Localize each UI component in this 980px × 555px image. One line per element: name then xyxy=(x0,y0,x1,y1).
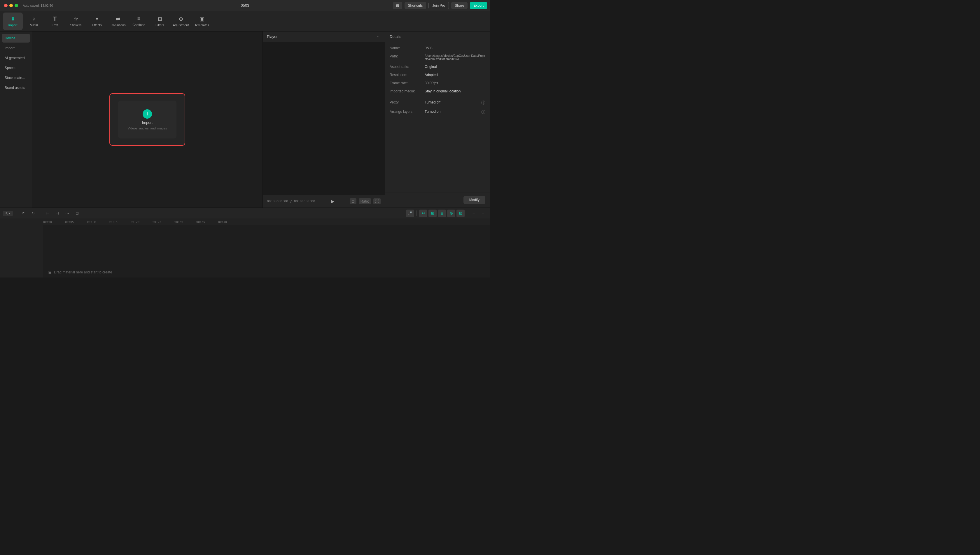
import-label: Import xyxy=(142,120,153,125)
detail-name-row: Name: 0503 xyxy=(390,46,485,50)
toolbar-item-audio[interactable]: ♪ Audio xyxy=(24,13,44,30)
nav-brand-assets[interactable]: Brand assets xyxy=(2,83,30,92)
modify-button[interactable]: Modify xyxy=(463,196,485,204)
toolbar-item-captions[interactable]: ≡ Captions xyxy=(129,13,149,30)
ratio-button[interactable]: Ratio xyxy=(359,198,371,204)
import-dropzone[interactable]: + Import Videos, audios, and images xyxy=(109,93,185,146)
arrange-info-icon[interactable]: ⓘ xyxy=(481,110,485,115)
fullscreen-icon[interactable]: ⛶ xyxy=(373,198,381,204)
player-options-icon[interactable]: ⋯ xyxy=(377,35,381,39)
toolbar-item-text[interactable]: T Text xyxy=(45,13,65,30)
grid-icon: ⊞ xyxy=(396,3,399,8)
import-inner: + Import Videos, audios, and images xyxy=(118,101,177,138)
shortcuts-button[interactable]: Shortcuts xyxy=(405,2,426,9)
detail-path-label: Path: xyxy=(390,54,425,58)
titlebar-right-controls: ⊞ Shortcuts Join Pro Share Export xyxy=(393,2,487,9)
detail-imported-label: Imported media: xyxy=(390,89,425,93)
ruler-mark-4: 00:20 xyxy=(131,220,153,224)
transitions-icon: ⇌ xyxy=(116,16,120,22)
cut-tool-3[interactable]: ⊟ xyxy=(438,210,446,217)
detail-proxy-row: Proxy: Turned off ⓘ xyxy=(390,100,485,106)
ruler-mark-5: 00:25 xyxy=(153,220,174,224)
toolbar-item-templates[interactable]: ▣ Templates xyxy=(192,13,212,30)
details-header: Details xyxy=(385,32,490,42)
audio-label: Audio xyxy=(30,23,38,27)
cut-tool-1[interactable]: ✂ xyxy=(419,210,427,217)
delete-button[interactable]: ⊣ xyxy=(53,210,61,217)
detail-arrange-label: Arrange layers xyxy=(390,110,425,114)
toolbar-item-filters[interactable]: ⊞ Filters xyxy=(150,13,170,30)
timeline-toolbar: ↖ ▾ ↺ ↻ ⊢ ⊣ ⋯ ⊡ 🎤 ✂ xyxy=(0,208,490,219)
nav-stock-mate[interactable]: Stock mate... xyxy=(2,74,30,82)
nav-spaces[interactable]: Spaces xyxy=(2,64,30,72)
minimize-dot[interactable] xyxy=(9,4,13,7)
toolbar-item-adjustment[interactable]: ⊕ Adjustment xyxy=(171,13,191,30)
toolbar-item-effects[interactable]: ✦ Effects xyxy=(87,13,107,30)
player-tools: ⊡ Ratio ⛶ xyxy=(350,198,381,204)
detail-aspect-row: Aspect ratio: Original xyxy=(390,65,485,69)
cursor-icon: ↖ xyxy=(5,211,8,215)
grid-view-button[interactable]: ⊞ xyxy=(393,2,402,9)
track-content[interactable]: ▣ Drag material here and start to create xyxy=(43,225,490,278)
text-icon: T xyxy=(53,16,56,22)
join-pro-button[interactable]: Join Pro xyxy=(429,2,449,9)
toolbar-item-stickers[interactable]: ☆ Stickers xyxy=(66,13,86,30)
detail-name-value: 0503 xyxy=(425,46,485,50)
cut-icon-2: ⊞ xyxy=(431,211,434,215)
templates-label: Templates xyxy=(194,23,209,27)
undo-button[interactable]: ↺ xyxy=(19,210,27,217)
zoom-in-button[interactable]: + xyxy=(479,210,487,217)
zoom-fit-icon[interactable]: ⊡ xyxy=(350,198,357,204)
detail-aspect-value: Original xyxy=(425,65,485,69)
zoom-out-button[interactable]: − xyxy=(469,210,478,217)
autosave-label: Auto saved: 13:02:50 xyxy=(23,4,53,7)
detail-resolution-value: Adapted xyxy=(425,73,485,77)
proxy-info-icon[interactable]: ⓘ xyxy=(481,100,485,106)
redo-button[interactable]: ↻ xyxy=(29,210,37,217)
export-button[interactable]: Export xyxy=(470,2,487,9)
gap-button[interactable]: ⊡ xyxy=(73,210,81,217)
details-content: Name: 0503 Path: /Users/topgus/Movies/Ca… xyxy=(385,42,490,192)
share-button[interactable]: Share xyxy=(451,2,468,9)
cut-icon-3: ⊟ xyxy=(440,211,443,215)
toolbar-item-transitions[interactable]: ⇌ Transitions xyxy=(108,13,128,30)
detail-arrange-value: Turned on xyxy=(425,110,481,114)
play-button[interactable]: ▶ xyxy=(331,199,334,204)
detail-path-value: /Users/topgus/Movies/CapCut/User Data/Pr… xyxy=(425,54,485,61)
audio-icon: ♪ xyxy=(33,16,35,22)
detail-framerate-value: 30.00fps xyxy=(425,81,485,85)
microphone-button[interactable]: 🎤 xyxy=(406,210,414,217)
close-dot[interactable] xyxy=(4,4,8,7)
toolbar-item-import[interactable]: ⬇ Import xyxy=(3,13,23,30)
cut-tool-2[interactable]: ⊞ xyxy=(429,210,437,217)
details-title: Details xyxy=(390,34,401,39)
nav-ai-generated[interactable]: AI generated xyxy=(2,54,30,63)
track-labels xyxy=(0,225,43,278)
gap-icon: ⊡ xyxy=(76,211,79,215)
cut-icon-4: ⊜ xyxy=(450,211,453,215)
detail-resolution-label: Resolution: xyxy=(390,73,425,77)
more-options-button[interactable]: ⋯ xyxy=(63,210,71,217)
cut-tool-4[interactable]: ⊜ xyxy=(447,210,455,217)
cut-icon-1: ✂ xyxy=(422,211,425,215)
drag-hint: ▣ Drag material here and start to create xyxy=(43,270,490,274)
captions-icon: ≡ xyxy=(137,16,141,22)
cursor-tool-selector[interactable]: ↖ ▾ xyxy=(3,211,13,216)
detail-proxy-value: Turned off xyxy=(425,100,481,104)
player-controls: 00:00:00:00 / 00:00:00:00 ▶ ⊡ Ratio ⛶ xyxy=(263,195,385,207)
nav-device[interactable]: Device xyxy=(2,34,30,43)
details-footer: Modify xyxy=(385,192,490,207)
detail-proxy-label: Proxy: xyxy=(390,100,425,104)
cut-tool-5[interactable]: ⊡ xyxy=(456,210,464,217)
maximize-dot[interactable] xyxy=(14,4,18,7)
player-header: Player ⋯ xyxy=(263,32,385,42)
timeline-tracks: ▣ Drag material here and start to create xyxy=(0,225,490,278)
stickers-icon: ☆ xyxy=(74,16,78,22)
toolbar-separator-3 xyxy=(416,210,417,216)
undo-icon: ↺ xyxy=(22,211,25,215)
split-button[interactable]: ⊢ xyxy=(43,210,51,217)
import-icon: ⬇ xyxy=(11,16,15,22)
more-icon: ⋯ xyxy=(65,211,69,215)
adjustment-label: Adjustment xyxy=(173,23,189,27)
nav-import[interactable]: Import xyxy=(2,44,30,53)
